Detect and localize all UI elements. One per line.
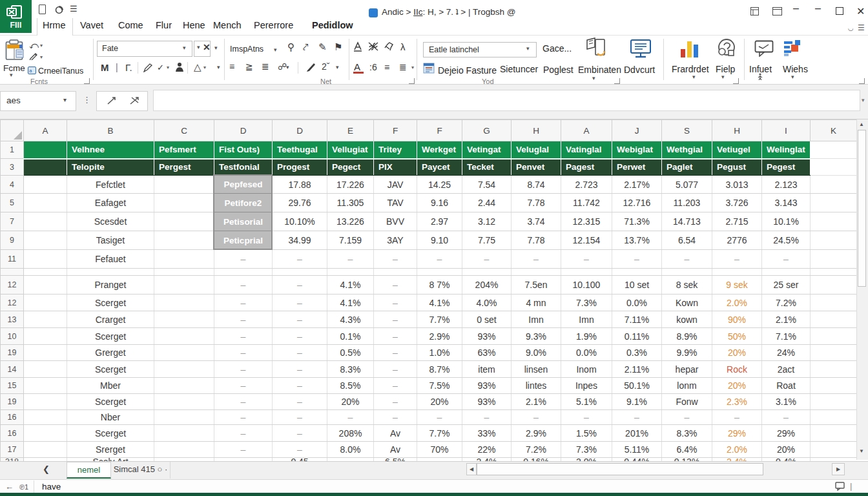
svg-text:a: a (29, 68, 32, 74)
